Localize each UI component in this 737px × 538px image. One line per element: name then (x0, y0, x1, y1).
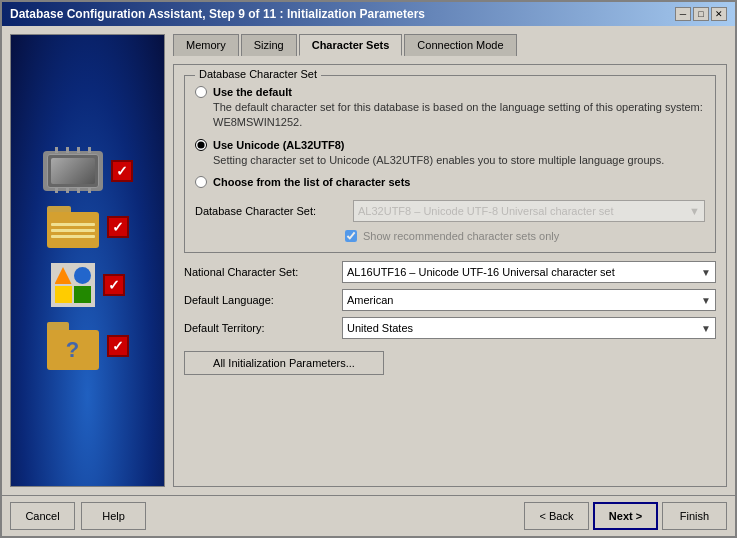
left-panel: ✓ ✓ (10, 34, 165, 487)
icon-row-folder1: ✓ (47, 206, 129, 248)
default-territory-select[interactable]: United States ▼ (342, 317, 716, 339)
footer-left: Cancel Help (10, 502, 146, 530)
folder-icon-2: ? (47, 322, 99, 370)
db-char-set-section-label: Database Character Set (195, 68, 321, 80)
radio-option-default: Use the default The default character se… (195, 86, 705, 131)
window-footer: Cancel Help < Back Next > Finish (2, 495, 735, 536)
all-params-button[interactable]: All Initialization Parameters... (184, 351, 384, 375)
national-char-set-select[interactable]: AL16UTF16 – Unicode UTF-16 Universal cha… (342, 261, 716, 283)
close-button[interactable]: ✕ (711, 7, 727, 21)
folder-icon-1 (47, 206, 99, 248)
select-arrow-territory: ▼ (701, 323, 711, 334)
checkmark-1: ✓ (111, 160, 133, 182)
shapes-icon (51, 263, 95, 307)
next-button[interactable]: Next > (593, 502, 658, 530)
tab-memory[interactable]: Memory (173, 34, 239, 56)
radio-option-unicode: Use Unicode (AL32UTF8) Setting character… (195, 139, 705, 168)
maximize-button[interactable]: □ (693, 7, 709, 21)
radio-use-unicode[interactable] (195, 139, 207, 151)
default-language-row: Default Language: American ▼ (184, 289, 716, 311)
right-panel: Memory Sizing Character Sets Connection … (173, 34, 727, 487)
national-section: National Character Set: AL16UTF16 – Unic… (184, 261, 716, 339)
default-territory-row: Default Territory: United States ▼ (184, 317, 716, 339)
radio-group-charset: Use the default The default character se… (195, 86, 705, 242)
checkmark-4: ✓ (107, 335, 129, 357)
title-bar: Database Configuration Assistant, Step 9… (2, 2, 735, 26)
show-recommended-row: Show recommended character sets only (345, 230, 705, 242)
minimize-button[interactable]: ─ (675, 7, 691, 21)
window-controls: ─ □ ✕ (675, 7, 727, 21)
select-arrow-language: ▼ (701, 295, 711, 306)
window-body: ✓ ✓ (2, 26, 735, 495)
radio-use-default[interactable] (195, 86, 207, 98)
radio-option-list: Choose from the list of character sets (195, 176, 705, 188)
cancel-button[interactable]: Cancel (10, 502, 75, 530)
checkmark-2: ✓ (107, 216, 129, 238)
tab-character-sets[interactable]: Character Sets (299, 34, 403, 56)
help-button[interactable]: Help (81, 502, 146, 530)
show-recommended-label: Show recommended character sets only (363, 230, 559, 242)
finish-button[interactable]: Finish (662, 502, 727, 530)
icon-row-chip: ✓ (43, 151, 133, 191)
show-recommended-checkbox[interactable] (345, 230, 357, 242)
icon-row-shapes: ✓ (51, 263, 125, 307)
tab-sizing[interactable]: Sizing (241, 34, 297, 56)
radio-choose-list[interactable] (195, 176, 207, 188)
icon-row-folder2: ? ✓ (47, 322, 129, 370)
footer-right: < Back Next > Finish (524, 502, 727, 530)
all-params-section: All Initialization Parameters... (184, 351, 716, 375)
back-button[interactable]: < Back (524, 502, 589, 530)
db-char-set-row: Database Character Set: AL32UTF8 – Unico… (195, 200, 705, 222)
national-char-set-row: National Character Set: AL16UTF16 – Unic… (184, 261, 716, 283)
main-window: Database Configuration Assistant, Step 9… (0, 0, 737, 538)
window-title: Database Configuration Assistant, Step 9… (10, 7, 425, 21)
dropdown-arrow-db: ▼ (689, 205, 700, 217)
default-language-select[interactable]: American ▼ (342, 289, 716, 311)
db-char-set-dropdown[interactable]: AL32UTF8 – Unicode UTF-8 Universal chara… (353, 200, 705, 222)
tab-bar: Memory Sizing Character Sets Connection … (173, 34, 727, 56)
checkmark-3: ✓ (103, 274, 125, 296)
tab-content: Database Character Set Use the default T… (173, 64, 727, 487)
tab-connection-mode[interactable]: Connection Mode (404, 34, 516, 56)
chip-icon (43, 151, 103, 191)
select-arrow-national: ▼ (701, 267, 711, 278)
